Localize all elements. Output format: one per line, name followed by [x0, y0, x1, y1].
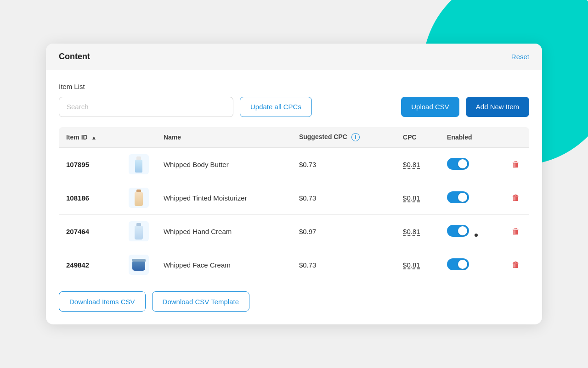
- cell-item-id: 207464: [59, 215, 121, 248]
- cell-cpc: $0.81: [396, 215, 440, 248]
- product-image: [129, 255, 149, 275]
- cell-suggested-cpc: $0.73: [292, 181, 396, 215]
- col-actions: [503, 127, 529, 148]
- cpc-editable[interactable]: $0.81: [403, 228, 420, 235]
- cell-enabled: [440, 148, 503, 181]
- cell-suggested-cpc: $0.73: [292, 148, 396, 181]
- table-body: 107895 Whipped Body Butter $0.73 $0.81: [59, 148, 529, 282]
- update-cpcs-button[interactable]: Update all CPCs: [240, 97, 312, 117]
- add-new-item-button[interactable]: Add New Item: [466, 97, 529, 117]
- toggle-slider: [447, 158, 469, 170]
- cell-delete: 🗑: [503, 181, 529, 215]
- toggle-slider: [447, 225, 469, 237]
- cell-item-id: 108186: [59, 181, 121, 215]
- content-card: Content Reset Item List Update all CPCs …: [46, 44, 542, 324]
- card-body: Item List Update all CPCs Upload CSV Add…: [46, 70, 542, 281]
- product-image: [129, 221, 149, 241]
- toolbar: Update all CPCs Upload CSV Add New Item: [59, 97, 529, 117]
- download-items-csv-button[interactable]: Download Items CSV: [59, 291, 146, 312]
- cell-item-id: 107895: [59, 148, 121, 181]
- download-csv-template-button[interactable]: Download CSV Template: [152, 291, 249, 312]
- product-image: [129, 188, 149, 208]
- cell-name: Whipped Face Cream: [156, 248, 292, 282]
- cell-delete: 🗑: [503, 215, 529, 248]
- col-cpc: CPC: [396, 127, 440, 148]
- footer-actions: Download Items CSV Download CSV Template: [46, 281, 542, 312]
- toggle-slider: [447, 191, 469, 203]
- table-row: 249842 Whipped Face Cream $0.73 $0.81: [59, 248, 529, 282]
- cpc-editable[interactable]: $0.81: [403, 194, 420, 202]
- enabled-toggle[interactable]: [447, 258, 469, 270]
- cell-cpc: $0.81: [396, 248, 440, 282]
- cell-image: [121, 248, 156, 282]
- table-row: 107895 Whipped Body Butter $0.73 $0.81: [59, 148, 529, 181]
- upload-csv-button[interactable]: Upload CSV: [401, 97, 459, 117]
- table-row: 108186 Whipped Tinted Moisturizer $0.73 …: [59, 181, 529, 215]
- cell-name: Whipped Body Butter: [156, 148, 292, 181]
- delete-button[interactable]: 🗑: [510, 258, 522, 272]
- delete-button[interactable]: 🗑: [510, 158, 522, 171]
- cell-image: [121, 181, 156, 215]
- cell-suggested-cpc: $0.97: [292, 215, 396, 248]
- suggested-cpc-info-icon[interactable]: i: [351, 133, 360, 141]
- cpc-editable[interactable]: $0.81: [403, 261, 420, 269]
- col-name: Name: [156, 127, 292, 148]
- table-row: 207464 Whipped Hand Cream $0.97 $0.81: [59, 215, 529, 248]
- enabled-toggle[interactable]: [447, 225, 469, 237]
- col-item-id: Item ID ▲: [59, 127, 121, 148]
- cell-cpc: $0.81: [396, 181, 440, 215]
- col-suggested-cpc: Suggested CPC i: [292, 127, 396, 148]
- card-title: Content: [59, 52, 90, 61]
- cell-name: Whipped Tinted Moisturizer: [156, 181, 292, 215]
- cell-suggested-cpc: $0.73: [292, 248, 396, 282]
- items-table: Item ID ▲ Name Suggested CPC i CPC Enabl…: [59, 127, 529, 281]
- delete-button[interactable]: 🗑: [510, 191, 522, 205]
- enabled-toggle[interactable]: [447, 191, 469, 203]
- cell-item-id: 249842: [59, 248, 121, 282]
- cell-image: [121, 215, 156, 248]
- cell-enabled: [440, 248, 503, 282]
- card-header: Content Reset: [46, 44, 542, 70]
- item-list-label: Item List: [59, 83, 529, 90]
- table-header-row: Item ID ▲ Name Suggested CPC i CPC Enabl…: [59, 127, 529, 148]
- toggle-slider: [447, 258, 469, 270]
- delete-button[interactable]: 🗑: [510, 225, 522, 238]
- cell-enabled: [440, 215, 503, 248]
- cell-delete: 🗑: [503, 248, 529, 282]
- cell-image: [121, 148, 156, 181]
- cell-cpc: $0.81: [396, 148, 440, 181]
- product-image: [129, 154, 149, 174]
- reset-button[interactable]: Reset: [511, 53, 529, 61]
- col-image: [121, 127, 156, 148]
- col-enabled: Enabled: [440, 127, 503, 148]
- cell-enabled: [440, 181, 503, 215]
- cpc-editable[interactable]: $0.81: [403, 161, 420, 168]
- cell-delete: 🗑: [503, 148, 529, 181]
- cell-name: Whipped Hand Cream: [156, 215, 292, 248]
- enabled-toggle[interactable]: [447, 158, 469, 170]
- change-indicator: [475, 234, 478, 237]
- search-input[interactable]: [59, 97, 233, 117]
- sort-arrow-icon: ▲: [91, 134, 97, 141]
